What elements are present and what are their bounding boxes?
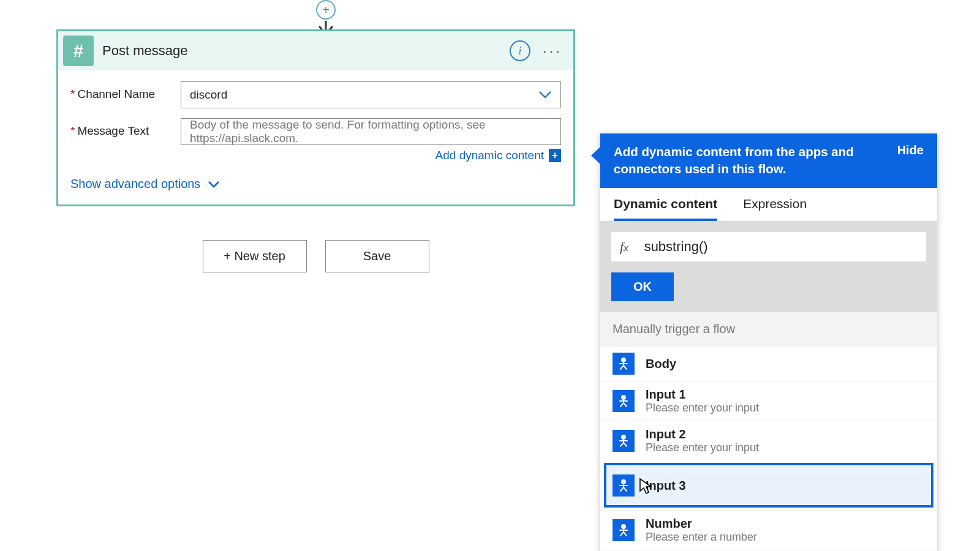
svg-point-2 xyxy=(621,395,626,400)
dynamic-content-item-label: Input 2 xyxy=(646,427,759,441)
dynamic-content-item[interactable]: Input 1Please enter your input xyxy=(600,381,937,421)
dynamic-content-item[interactable]: Input 2Please enter your input xyxy=(600,421,937,460)
panel-pointer-icon xyxy=(591,147,600,164)
dynamic-content-item-label: Number xyxy=(646,517,757,531)
trigger-icon xyxy=(612,519,635,541)
dynamic-group-title: Manually trigger a flow xyxy=(600,312,937,346)
message-text-label: *Message Text xyxy=(70,118,181,138)
channel-name-select[interactable]: discord xyxy=(181,81,561,108)
more-actions-button[interactable]: ··· xyxy=(540,42,565,59)
panel-header-text: Add dynamic content from the apps and co… xyxy=(614,143,877,177)
expression-input[interactable]: fx substring() xyxy=(611,232,926,261)
message-placeholder: Body of the message to send. For formatt… xyxy=(190,118,552,145)
trigger-icon xyxy=(612,390,635,412)
channel-name-value: discord xyxy=(190,88,227,102)
add-dynamic-plus-icon: + xyxy=(549,149,561,162)
dynamic-content-item[interactable]: Body xyxy=(600,346,937,381)
fx-icon: fx xyxy=(620,239,628,255)
action-card-header[interactable]: # Post message i ··· xyxy=(58,31,573,70)
field-row-channel: *Channel Name discord xyxy=(70,81,561,108)
tab-dynamic-content[interactable]: Dynamic content xyxy=(614,197,717,221)
trigger-icon xyxy=(612,474,635,497)
panel-tabs: Dynamic content Expression xyxy=(600,188,937,221)
add-dynamic-content-link[interactable]: Add dynamic content + xyxy=(435,149,561,162)
hide-panel-button[interactable]: Hide xyxy=(897,143,924,157)
svg-point-4 xyxy=(621,479,626,484)
add-step-between-button[interactable]: + xyxy=(316,0,336,20)
dynamic-content-list: BodyInput 1Please enter your inputInput … xyxy=(600,346,937,551)
field-row-message: *Message Text Body of the message to sen… xyxy=(70,118,561,162)
svg-point-1 xyxy=(621,358,626,362)
expression-area: fx substring() OK xyxy=(600,221,937,312)
tab-expression[interactable]: Expression xyxy=(743,197,807,221)
dynamic-content-item[interactable]: Input 3 xyxy=(604,463,933,508)
action-card-body: *Channel Name discord *Message Text Body… xyxy=(58,70,573,204)
dynamic-content-item-label: Body xyxy=(646,357,676,371)
chevron-down-icon xyxy=(208,181,220,188)
slack-icon: # xyxy=(63,36,94,66)
trigger-icon xyxy=(612,430,635,452)
flow-footer-buttons: + New step Save xyxy=(56,240,575,272)
plus-icon: + xyxy=(322,3,330,17)
action-title: Post message xyxy=(102,43,510,59)
dynamic-content-item-desc: Please enter a number xyxy=(646,531,757,544)
info-icon[interactable]: i xyxy=(510,40,530,61)
action-card-post-message: # Post message i ··· *Channel Name disco… xyxy=(56,29,575,206)
ok-button[interactable]: OK xyxy=(611,272,674,301)
dynamic-content-item-label: Input 1 xyxy=(646,388,759,402)
new-step-button[interactable]: + New step xyxy=(203,240,307,272)
chevron-down-icon xyxy=(538,91,552,99)
expression-value: substring() xyxy=(644,239,708,255)
svg-point-5 xyxy=(621,524,626,529)
show-advanced-options-link[interactable]: Show advanced options xyxy=(70,177,220,191)
save-button[interactable]: Save xyxy=(325,240,429,272)
svg-point-3 xyxy=(621,435,626,440)
message-text-input[interactable]: Body of the message to send. For formatt… xyxy=(181,118,561,145)
channel-name-label: *Channel Name xyxy=(70,81,181,101)
dynamic-content-panel: Add dynamic content from the apps and co… xyxy=(600,133,937,551)
dynamic-content-item-label: Input 3 xyxy=(646,479,686,493)
dynamic-content-item-desc: Please enter your input xyxy=(646,402,759,414)
dynamic-content-item-desc: Please enter your input xyxy=(646,441,759,454)
trigger-icon xyxy=(612,353,635,375)
dynamic-content-item[interactable]: NumberPlease enter a number xyxy=(600,510,937,550)
panel-header: Add dynamic content from the apps and co… xyxy=(600,133,937,188)
